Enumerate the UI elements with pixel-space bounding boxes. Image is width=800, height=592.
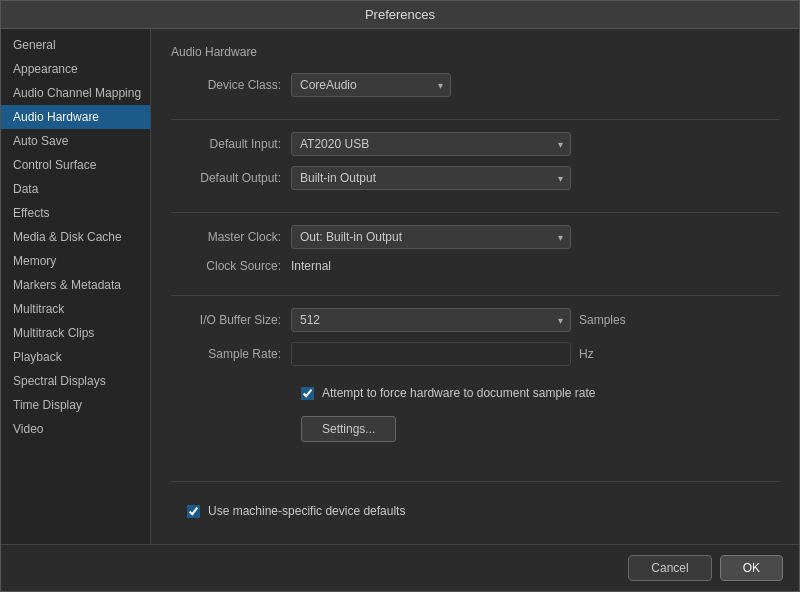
device-class-select[interactable]: CoreAudioASIOMME [291,73,451,97]
machine-defaults-label[interactable]: Use machine-specific device defaults [208,504,405,518]
default-input-select[interactable]: AT2020 USBBuilt-in MicrophoneNo Input [291,132,571,156]
force-hardware-checkbox[interactable] [301,387,314,400]
settings-button[interactable]: Settings... [301,416,396,442]
ok-button[interactable]: OK [720,555,783,581]
sidebar-item-general[interactable]: General [1,33,150,57]
dialog-body: GeneralAppearanceAudio Channel MappingAu… [1,29,799,544]
dialog-footer: Cancel OK [1,544,799,591]
force-hardware-label[interactable]: Attempt to force hardware to document sa… [322,386,595,400]
default-output-select[interactable]: Built-in OutputAT2020 USBNo Output [291,166,571,190]
title-bar: Preferences [1,1,799,29]
master-clock-select[interactable]: Out: Built-in OutputInternal [291,225,571,249]
sidebar-item-appearance[interactable]: Appearance [1,57,150,81]
bottom-section: Use machine-specific device defaults [171,481,779,528]
sidebar-item-memory[interactable]: Memory [1,249,150,273]
clock-source-label: Clock Source: [171,259,291,273]
default-output-select-wrapper: Built-in OutputAT2020 USBNo Output [291,166,571,190]
settings-button-container: Settings... [171,410,779,442]
sidebar-item-video[interactable]: Video [1,417,150,441]
master-clock-label: Master Clock: [171,230,291,244]
buffer-size-row: I/O Buffer Size: 25651210242048 Samples [171,308,779,332]
divider-2 [171,212,779,213]
device-class-label: Device Class: [171,78,291,92]
default-output-row: Default Output: Built-in OutputAT2020 US… [171,166,779,190]
sidebar-item-spectral-displays[interactable]: Spectral Displays [1,369,150,393]
default-input-row: Default Input: AT2020 USBBuilt-in Microp… [171,132,779,156]
sidebar: GeneralAppearanceAudio Channel MappingAu… [1,29,151,544]
sample-rate-unit: Hz [579,347,594,361]
section-title: Audio Hardware [171,45,779,59]
sidebar-item-markers-&-metadata[interactable]: Markers & Metadata [1,273,150,297]
sidebar-item-time-display[interactable]: Time Display [1,393,150,417]
sample-rate-row: Sample Rate: Hz [171,342,779,366]
sidebar-item-multitrack[interactable]: Multitrack [1,297,150,321]
cancel-button[interactable]: Cancel [628,555,711,581]
force-hardware-row: Attempt to force hardware to document sa… [171,386,779,400]
sample-rate-label: Sample Rate: [171,347,291,361]
divider-3 [171,295,779,296]
main-content: Audio Hardware Device Class: CoreAudioAS… [151,29,799,544]
sidebar-item-effects[interactable]: Effects [1,201,150,225]
buffer-unit-label: Samples [579,313,626,327]
sidebar-item-auto-save[interactable]: Auto Save [1,129,150,153]
master-clock-row: Master Clock: Out: Built-in OutputIntern… [171,225,779,249]
sidebar-item-data[interactable]: Data [1,177,150,201]
preferences-dialog: Preferences GeneralAppearanceAudio Chann… [0,0,800,592]
sidebar-item-audio-channel-mapping[interactable]: Audio Channel Mapping [1,81,150,105]
master-clock-select-wrapper: Out: Built-in OutputInternal [291,225,571,249]
default-input-select-wrapper: AT2020 USBBuilt-in MicrophoneNo Input [291,132,571,156]
sidebar-item-playback[interactable]: Playback [1,345,150,369]
sidebar-item-media-&-disk-cache[interactable]: Media & Disk Cache [1,225,150,249]
default-output-label: Default Output: [171,171,291,185]
buffer-size-select-wrapper: 25651210242048 [291,308,571,332]
device-class-select-wrapper: CoreAudioASIOMME [291,73,451,97]
sample-rate-input [291,342,571,366]
sidebar-item-audio-hardware[interactable]: Audio Hardware [1,105,150,129]
dialog-title: Preferences [365,7,435,22]
machine-defaults-row: Use machine-specific device defaults [171,494,779,528]
device-class-row: Device Class: CoreAudioASIOMME [171,73,779,97]
sidebar-item-control-surface[interactable]: Control Surface [1,153,150,177]
machine-defaults-checkbox[interactable] [187,505,200,518]
clock-source-row: Clock Source: Internal [171,259,779,273]
buffer-size-select[interactable]: 25651210242048 [291,308,571,332]
divider-1 [171,119,779,120]
sidebar-item-multitrack-clips[interactable]: Multitrack Clips [1,321,150,345]
clock-source-value: Internal [291,259,331,273]
buffer-size-label: I/O Buffer Size: [171,313,291,327]
default-input-label: Default Input: [171,137,291,151]
